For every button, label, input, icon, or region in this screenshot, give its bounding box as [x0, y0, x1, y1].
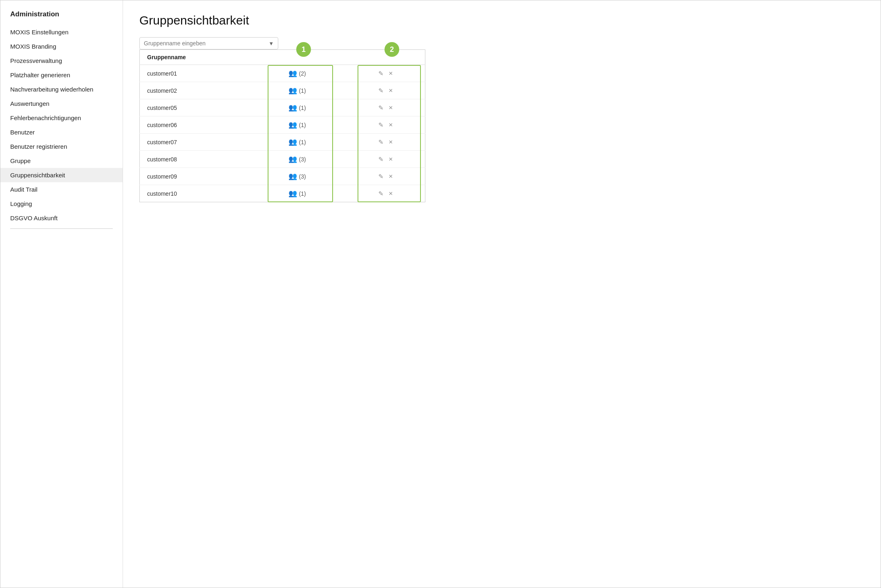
cell-group-name: customer02 — [140, 82, 248, 99]
search-bar[interactable]: ▼ — [139, 37, 278, 49]
table-row: customer07 👥 (1) ✎ × — [140, 134, 425, 151]
cell-group-name: customer05 — [140, 99, 248, 116]
group-icon: 👥 — [288, 69, 297, 78]
cell-members: 👥 (1) — [248, 82, 347, 99]
table-row: customer10 👥 (1) ✎ × — [140, 185, 425, 202]
actions-display: ✎ × — [354, 104, 418, 112]
delete-button[interactable]: × — [388, 87, 394, 95]
page-title: Gruppensichtbarkeit — [139, 13, 864, 27]
members-count: (1) — [299, 87, 306, 94]
edit-button[interactable]: ✎ — [378, 156, 385, 163]
cell-actions: ✎ × — [347, 99, 425, 116]
members-count: (1) — [299, 190, 306, 197]
edit-button[interactable]: ✎ — [378, 87, 385, 94]
cell-members: 👥 (1) — [248, 116, 347, 134]
members-display: 👥 (1) — [255, 189, 339, 198]
badge-1: 1 — [296, 42, 311, 57]
delete-button[interactable]: × — [388, 172, 394, 181]
actions-display: ✎ × — [354, 138, 418, 146]
sidebar-divider — [10, 228, 113, 229]
sidebar-item-fehlerbenachrichtigungen[interactable]: Fehlerbenachrichtigungen — [0, 111, 123, 125]
sidebar-item-moxis-branding[interactable]: MOXIS Branding — [0, 39, 123, 54]
badge-2: 2 — [385, 42, 399, 57]
members-display: 👥 (1) — [255, 138, 339, 146]
cell-members: 👥 (1) — [248, 134, 347, 151]
cell-members: 👥 (1) — [248, 99, 347, 116]
cell-actions: ✎ × — [347, 116, 425, 134]
delete-button[interactable]: × — [388, 190, 394, 198]
members-count: (1) — [299, 122, 306, 128]
cell-group-name: customer06 — [140, 116, 248, 134]
group-icon: 👥 — [288, 121, 297, 129]
delete-button[interactable]: × — [388, 155, 394, 163]
sidebar-item-logging[interactable]: Logging — [0, 197, 123, 211]
cell-members: 👥 (3) — [248, 168, 347, 185]
group-icon: 👥 — [288, 155, 297, 163]
members-display: 👥 (3) — [255, 172, 339, 181]
sidebar-item-audit-trail[interactable]: Audit Trail — [0, 182, 123, 197]
members-count: (3) — [299, 173, 306, 180]
sidebar-item-benutzer-registrieren[interactable]: Benutzer registrieren — [0, 139, 123, 154]
edit-button[interactable]: ✎ — [378, 70, 385, 77]
cell-group-name: customer09 — [140, 168, 248, 185]
table-row: customer09 👥 (3) ✎ × — [140, 168, 425, 185]
group-icon: 👥 — [288, 86, 297, 95]
chevron-down-icon: ▼ — [268, 40, 274, 47]
group-icon: 👥 — [288, 189, 297, 198]
actions-display: ✎ × — [354, 69, 418, 78]
col-header-name: Gruppenname — [140, 50, 248, 65]
table-row: customer02 👥 (1) ✎ × — [140, 82, 425, 99]
sidebar-item-gruppensichtbarkeit[interactable]: Gruppensichtbarkeit — [0, 168, 123, 182]
actions-display: ✎ × — [354, 155, 418, 163]
delete-button[interactable]: × — [388, 69, 394, 78]
sidebar: Administration MOXIS EinstellungenMOXIS … — [0, 0, 123, 588]
edit-button[interactable]: ✎ — [378, 139, 385, 146]
members-display: 👥 (2) — [255, 69, 339, 78]
actions-display: ✎ × — [354, 87, 418, 95]
cell-group-name: customer08 — [140, 151, 248, 168]
cell-actions: ✎ × — [347, 185, 425, 202]
sidebar-item-gruppe[interactable]: Gruppe — [0, 154, 123, 168]
cell-actions: ✎ × — [347, 134, 425, 151]
cell-members: 👥 (1) — [248, 185, 347, 202]
group-icon: 👥 — [288, 138, 297, 146]
search-input[interactable] — [144, 40, 266, 47]
members-display: 👥 (3) — [255, 155, 339, 163]
delete-button[interactable]: × — [388, 138, 394, 146]
groups-table: Gruppenname customer01 👥 (2) ✎ × custome… — [139, 49, 425, 202]
group-icon: 👥 — [288, 103, 297, 112]
cell-group-name: customer01 — [140, 65, 248, 82]
edit-button[interactable]: ✎ — [378, 104, 385, 112]
table-row: customer08 👥 (3) ✎ × — [140, 151, 425, 168]
cell-actions: ✎ × — [347, 168, 425, 185]
sidebar-item-dsgvo-auskunft[interactable]: DSGVO Auskunft — [0, 211, 123, 225]
main-content: Gruppensichtbarkeit ▼ 1 2 Gruppenname — [123, 0, 881, 588]
actions-display: ✎ × — [354, 190, 418, 198]
sidebar-item-benutzer[interactable]: Benutzer — [0, 125, 123, 139]
members-display: 👥 (1) — [255, 103, 339, 112]
sidebar-item-platzhalter-generieren[interactable]: Platzhalter generieren — [0, 68, 123, 82]
edit-button[interactable]: ✎ — [378, 173, 385, 180]
members-display: 👥 (1) — [255, 86, 339, 95]
sidebar-item-moxis-einstellungen[interactable]: MOXIS Einstellungen — [0, 25, 123, 39]
members-count: (1) — [299, 105, 306, 111]
sidebar-item-prozessverwaltung[interactable]: Prozessverwaltung — [0, 54, 123, 68]
group-icon: 👥 — [288, 172, 297, 181]
table-row: customer06 👥 (1) ✎ × — [140, 116, 425, 134]
cell-actions: ✎ × — [347, 65, 425, 82]
table-row: customer05 👥 (1) ✎ × — [140, 99, 425, 116]
sidebar-item-auswertungen[interactable]: Auswertungen — [0, 96, 123, 111]
cell-members: 👥 (3) — [248, 151, 347, 168]
sidebar-title: Administration — [0, 10, 123, 25]
edit-button[interactable]: ✎ — [378, 121, 385, 129]
delete-button[interactable]: × — [388, 121, 394, 129]
cell-actions: ✎ × — [347, 151, 425, 168]
delete-button[interactable]: × — [388, 104, 394, 112]
table-row: customer01 👥 (2) ✎ × — [140, 65, 425, 82]
actions-display: ✎ × — [354, 172, 418, 181]
cell-group-name: customer07 — [140, 134, 248, 151]
cell-group-name: customer10 — [140, 185, 248, 202]
sidebar-item-nachverarbeitung-wiederholen[interactable]: Nachverarbeitung wiederholen — [0, 82, 123, 96]
cell-members: 👥 (2) — [248, 65, 347, 82]
edit-button[interactable]: ✎ — [378, 190, 385, 197]
